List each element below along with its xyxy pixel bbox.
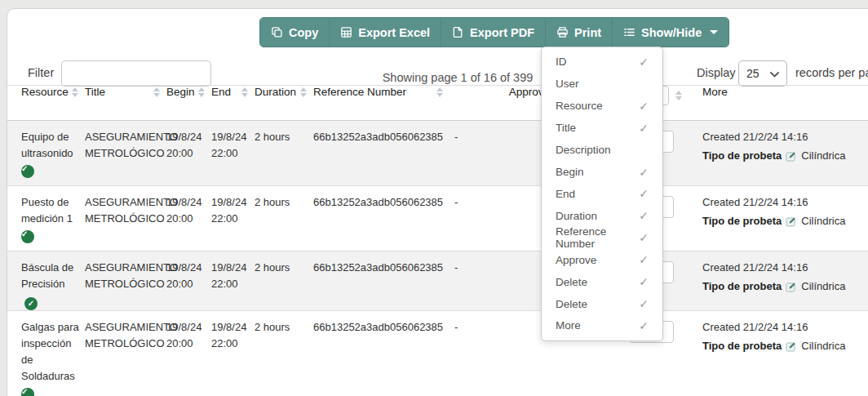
check-icon: ✓: [639, 100, 649, 113]
resource-cell: Galgas para inspección de Soldaduras ✓: [7, 311, 85, 396]
column-header-more[interactable]: More: [690, 86, 868, 121]
begin-cell: 19/8/24 20:00: [166, 186, 211, 251]
dropdown-item-resource[interactable]: Resource✓: [542, 96, 662, 117]
dropdown-item-user[interactable]: User: [542, 73, 662, 95]
resource-cell: Puesto de medición 1 ✓: [7, 186, 85, 251]
showing-page-text: Showing page 1 of 16 of 399: [376, 71, 539, 84]
list-icon: [623, 26, 636, 38]
end-cell: 19/8/24 22:00: [211, 186, 255, 251]
dropdown-item-label: More: [556, 319, 581, 331]
show-hide-button[interactable]: Show/Hide: [613, 18, 728, 47]
dropdown-item-more[interactable]: More✓: [542, 315, 662, 336]
column-header-resource[interactable]: Resource: [7, 86, 85, 121]
reference-cell: 66b13252a3adb056062385: [313, 251, 450, 311]
sort-icon: [241, 87, 248, 97]
custom-field-label: Tipo de probeta: [702, 338, 782, 354]
edit-icon[interactable]: [786, 216, 797, 227]
reference-cell: 66b13252a3adb056062385: [313, 311, 450, 396]
edit-icon[interactable]: [786, 150, 797, 162]
custom-field-label: Tipo de probeta: [702, 213, 782, 229]
table-row: Galgas para inspección de Soldaduras ✓ A…: [7, 311, 868, 396]
end-cell: 19/8/24 22:00: [211, 121, 255, 186]
dropdown-item-end[interactable]: End✓: [542, 183, 662, 204]
sort-icon: [300, 87, 307, 97]
column-header-title[interactable]: Title: [85, 86, 166, 121]
edit-icon[interactable]: [786, 281, 797, 292]
check-icon: ✓: [639, 297, 649, 310]
content-panel: Filter Showing page 1 of 16 of 399 Displ…: [7, 8, 868, 396]
check-icon: ✓: [639, 166, 649, 179]
dropdown-item-duration[interactable]: Duration✓: [542, 205, 662, 226]
dropdown-item-begin[interactable]: Begin✓: [542, 162, 662, 183]
check-icon: ✓: [639, 275, 649, 288]
approved-check-icon: ✓: [24, 297, 38, 310]
column-header-reference-number[interactable]: Reference Number: [313, 86, 450, 121]
column-header-begin[interactable]: Begin: [166, 86, 211, 121]
column-header-end[interactable]: End: [211, 86, 255, 121]
created-text: Created 21/2/24 14:16: [702, 319, 868, 336]
duration-cell: 2 hours: [255, 186, 313, 251]
records-per-page-suffix: records per page: [795, 66, 868, 79]
reference-cell: 66b13252a3adb056062385: [313, 121, 450, 186]
dropdown-item-label: Resource: [556, 100, 603, 112]
show-hide-dropdown: ID✓UserResource✓Title✓DescriptionBegin✓E…: [541, 47, 663, 341]
export-excel-button[interactable]: Export Excel: [330, 18, 441, 47]
sort-icon: [153, 87, 160, 97]
check-icon: ✓: [639, 319, 649, 332]
filter-input[interactable]: [61, 60, 211, 87]
dropdown-item-id[interactable]: ID✓: [542, 51, 662, 73]
more-cell: Created 21/2/24 14:16 Tipo de probeta Ci…: [690, 311, 868, 396]
dropdown-item-approve[interactable]: Approve✓: [542, 249, 662, 270]
dropdown-item-title[interactable]: Title✓: [542, 118, 662, 139]
export-toolbar: Copy Export Excel Export PDF Print: [259, 17, 729, 47]
column-header-duration[interactable]: Duration: [255, 86, 313, 121]
custom-field-value: Cilíndrica: [801, 148, 845, 164]
begin-cell: 19/8/24 20:00: [166, 121, 211, 186]
created-text: Created 21/2/24 14:16: [702, 260, 868, 276]
dropdown-item-label: Title: [556, 122, 576, 134]
dropdown-item-delete[interactable]: Delete✓: [542, 271, 662, 292]
more-cell: Created 21/2/24 14:16 Tipo de probeta Ci…: [690, 251, 868, 311]
table-row: Puesto de medición 1 ✓ ASEGURAMIENTO MET…: [7, 186, 868, 251]
dropdown-item-description[interactable]: Description: [542, 140, 662, 161]
edit-icon[interactable]: [786, 340, 797, 352]
records-per-page-value: 25: [746, 67, 760, 80]
copy-button[interactable]: Copy: [260, 18, 330, 47]
dropdown-item-reference-number[interactable]: Reference Number✓: [542, 227, 662, 248]
excel-icon: [340, 26, 352, 38]
dropdown-item-label: End: [556, 188, 575, 200]
more-cell: Created 21/2/24 14:16 Tipo de probeta Ci…: [690, 121, 868, 186]
table-row: Equipo de ultrasonido ✓ ASEGURAMIENTO ME…: [7, 121, 868, 186]
custom-field-label: Tipo de probeta: [702, 278, 782, 295]
check-icon: ✓: [639, 231, 649, 244]
dropdown-item-label: Delete: [556, 298, 587, 310]
duration-cell: 2 hours: [255, 121, 313, 186]
dropdown-item-delete[interactable]: Delete✓: [542, 293, 662, 314]
duration-cell: 2 hours: [255, 311, 313, 396]
display-label: Display: [697, 66, 736, 79]
dropdown-item-label: ID: [556, 56, 567, 68]
more-cell: Created 21/2/24 14:16 Tipo de probeta Ci…: [690, 186, 868, 251]
dropdown-item-label: Duration: [556, 210, 597, 222]
approved-check-icon: ✓: [21, 165, 34, 178]
dropdown-item-label: Description: [556, 144, 611, 156]
export-pdf-button[interactable]: Export PDF: [441, 18, 546, 47]
check-icon: ✓: [639, 187, 649, 200]
dropdown-item-label: Delete: [556, 276, 587, 288]
begin-cell: 19/8/24 20:00: [166, 311, 211, 396]
table-row: Báscula de Precisión✓ ASEGURAMIENTO METR…: [7, 251, 868, 311]
chevron-down-icon: [770, 66, 779, 81]
check-icon: ✓: [639, 122, 649, 135]
title-cell: ASEGURAMIENTO METROLÓGICO: [85, 311, 166, 396]
check-icon: ✓: [639, 56, 649, 69]
print-button[interactable]: Print: [546, 18, 613, 47]
caret-down-icon: [710, 30, 718, 34]
reference-cell: 66b13252a3adb056062385: [313, 186, 450, 251]
print-icon: [556, 26, 569, 38]
check-icon: ✓: [639, 209, 649, 222]
end-cell: 19/8/24 22:00: [211, 311, 255, 396]
check-icon: ✓: [639, 253, 649, 266]
dropdown-item-label: Begin: [556, 166, 584, 178]
end-cell: 19/8/24 22:00: [211, 251, 255, 311]
records-per-page-select[interactable]: 25: [738, 60, 787, 87]
